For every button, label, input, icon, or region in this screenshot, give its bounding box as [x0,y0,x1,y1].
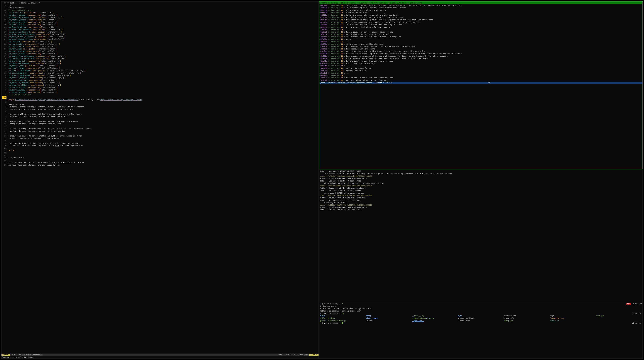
editor-line: 34:sc_close_window: pass:quotes[`ctrl+sh… [2,14,318,17]
editor-line: 10* Allows you to view the scrollback bu… [2,120,318,123]
git-log-row[interactable]: 73fa3c4 2 weeks ag KG o Build with clang… [320,33,642,36]
editor-line: 36// START_SHORTCUT_BLOCK [2,9,318,12]
vim-mode: NORMAL [2,354,10,356]
editor-line: 30:sc_first_window: pass:quotes[`ctrl+sh… [2,24,318,26]
editor-line: 10:sc_scroll_line_up: pass:quotes[`ctrl+… [2,72,318,74]
editor-line: 24:sc_move_window_to_top: pass:quotes[`c… [2,38,318,41]
ls-entry: README.html [458,320,504,322]
git-log-row[interactable]: e3ba45d 3 weeks ag KG o Ensure cursor x-… [320,60,642,63]
git-log-row[interactable]: d0c16e8 2 weeks ag KG o Fix crash when p… [320,19,642,21]
git-log-row[interactable]: 39e770a 2 weeks ag KG o Fix cursor posit… [320,21,642,24]
detail-line: Author: Kovid Goyal <kovid@kovidgoyal.ne… [320,187,642,189]
git-log-row[interactable]: 5cc6616 13 days ag KG o Fix underline_po… [320,16,642,19]
shell-prompt[interactable]: ~ ❯ work ❯ kitty ❯ s141⎇ master [320,303,642,305]
git-log-row[interactable]: c323e53 2 weeks ag KG o Fix a memory lea… [320,26,642,29]
editor-line: 11:sc_scroll_line_down: pass:quotes[`ctr… [2,70,318,72]
git-log-row[interactable]: 03260f0 3 weeks ag KG o ... [320,65,642,67]
detail-line: The cursor visible (DECTCEM) property sh… [320,173,642,175]
detail-line: Date: Wed Jan 4 08:58:49 2017 +0530 [320,180,642,182]
git-log-row[interactable]: 786ba3c 3 weeks ag KG o ... [320,41,642,43]
detail-line: Simplify conditional [320,202,642,204]
git-log-row[interactable]: fa1d67b 3 weeks ag KG o Add note about m… [320,79,642,82]
git-log-row[interactable]: 431322a 3 weeks ag KG o Nicer window res… [320,58,642,60]
git-log-row[interactable]: 9416f6c 3 weeks ag KG o Always paste whe… [320,43,642,46]
git-log-row[interactable]: 3e1dac9 2 weeks ag KG o Fix a couple of … [320,31,642,33]
detail-line: Date: Wed Jan 4 08:29:33 2017 +0530 [320,189,642,192]
ls-entry [596,317,642,320]
ls-entry: preprocess-readme.py [412,317,458,320]
git-log-pane[interactable]: af8d44e 2 days ago KG o [master] {origin… [319,1,643,169]
commit-header: commit 5b9aadd13561b0820bc01950bfbd0cf0f… [320,194,642,197]
git-log-row[interactable]: a7fce93 3 weeks ag KG o Fix an off-by-on… [320,77,642,79]
editor-line: 18:sc_ninth_window: pass:quotes[`ctrl+sh… [2,53,318,55]
shell-prompt[interactable]: ~ ❯ work ❯ kitty ❯ ⎇ master [320,322,642,324]
shell-prompt[interactable]: ~ ❯ work ❯ kitty ❯ ls⎇ master [320,312,642,315]
ls-entry: build [320,315,366,317]
vim-editor-pane[interactable]: 39= kitty - A terminal emulator38:toc:37… [1,1,319,359]
git-log-row[interactable]: 31595a5 2 weeks ag KG o ... [320,29,642,31]
git-log-row[interactable]: b4af2ff 2 days ago KG o The cursor visib… [320,4,642,7]
editor-line: 19:sc_next_window: pass:quotes[`ctrl+shi… [2,50,318,53]
editor-line: 25:sc_move_window_forward: pass:quotes[`… [2,36,318,38]
editor-line: 2 [2,101,318,104]
ls-entry: kitty_tests [366,317,412,320]
editor-line: 3.Major features [2,104,318,106]
git-log-row[interactable]: a568f73 3 weeks ag KG o Fix compilation … [320,48,642,50]
git-detail-pane[interactable]: Date: Wed Jan 4 10:02:39 2017 +0530 The … [319,170,643,302]
git-log-row[interactable]: 430c79d 3 weeks ag KG o Add a note about… [320,67,642,70]
editor-line: 7:sc_second_window: pass:quotes[`ctrl+sh… [2,79,318,82]
git-log-row[interactable]: 9e2653a 8 days ago KG o Clear the altern… [320,14,642,17]
detail-line: Date: Wed Jan 4 08:14:47 2017 +0530 [320,199,642,202]
ls-entry: tags [550,315,596,317]
editor-line: 18 [2,140,318,142]
git-log-head-row[interactable]: af8d44e 2 days ago KG o [master] {origin… [320,2,642,4]
editor-line: 14:sc_previous_window: pass:quotes[`ctrl… [2,62,318,65]
shell-output: On branch master [320,305,642,307]
ls-entry: terminfo [550,320,596,322]
git-log-row[interactable]: 4e9b10c 3 weeks ag KG o Fix Ctrl/alt+] n… [320,62,642,65]
editor-line: 8:sc_scroll_page_up: pass:quotes[`ctrl+s… [2,77,318,79]
ls-entry: LICENSE [366,320,412,322]
git-log-row[interactable]: 4326c49 3 weeks ag KG o Remove unused co… [320,70,642,72]
cursor-icon [342,322,343,324]
git-log-row[interactable]: 7c76e90 3 days ago KG o When switching t… [320,7,642,9]
vim-status-bar: NORMAL ⎇ master ./README.asciidoc unix ‹… [2,353,318,356]
editor-content[interactable]: 39= kitty - A terminal emulator38:toc:37… [2,2,318,167]
vim-encoding: unix ‹ utf-8 ‹ asciidoc [277,354,304,356]
ls-entry: setup.cfg [504,317,550,320]
editor-line: 3:sc_tenth_window: pass:quotes[`ctrl+shi… [2,89,318,91]
ls-entry: build-terminfo [320,317,366,320]
editor-line: 22toc::[] [2,149,318,152]
editor-line: 8 protocol, focus tracking, bracketed pa… [2,115,318,118]
editor-line: 16* Easily hackable (UI layer written in… [2,135,318,137]
vim-percent: 15% [304,354,310,356]
git-log-row[interactable]: eed6873 3 weeks ag KG o ... [320,74,642,77]
git-log-row[interactable]: 5b9aadd 3 days ago KG o Simplify conditi… [320,12,642,14]
detail-line: Date: Wed Jan 4 10:02:39 2017 +0530 [320,170,642,173]
editor-line: 26 [2,159,318,162]
ls-entry: __pycache__ [412,320,458,322]
git-log-row[interactable]: 1648ac1 3 weeks ag KG o Add support for … [320,36,642,38]
editor-line: 5 layouts without needing to use an extr… [2,108,318,111]
editor-line: 17 speed). Less than ten thousand lines … [2,137,318,140]
git-log-row[interactable]: 0797f15 3 weeks ag KG o Only move the cu… [320,50,642,53]
ls-entry: kitty [366,315,412,317]
git-log-status: [main] af8d44ecab05d01b6bc0ad4e1d331ebc9… [320,82,642,84]
commit-header: commit 4ccb05d3d32a0116f9bcc34bf8a2436b6… [320,185,642,187]
shell-pane[interactable]: ~ ❯ work ❯ kitty ❯ s141⎇ masterOn branch… [319,302,643,359]
git-log-row[interactable]: 527a92d 3 weeks ag KG o oops [320,38,642,41]
ls-entry: test.py [596,315,642,317]
git-log-row[interactable]: b6c639c 3 weeks ag KG o Fix incorrect ha… [320,55,642,58]
git-log-row[interactable]: 7559ff9 2 weeks ag KG o Turn on address … [320,24,642,26]
editor-line: 15:sc_previous_tab: pass:quotes[`ctrl+sh… [2,60,318,63]
git-log-row[interactable]: 3c9d4df 3 weeks ag KG o Fix designate_ch… [320,45,642,48]
editor-line: 25== Installation [2,157,318,159]
git-log-row[interactable]: 871e336 3 weeks ag KG o Fix top lines ap… [320,53,642,55]
editor-line: 17:sc_paste_from_clipboard: pass:quotes[… [2,55,318,58]
vim-command-line[interactable]: "README.asciidoc" 254L, 8496C [2,356,318,358]
editor-line: 21:sc_next_layout: pass:quotes[`ctrl+shi… [2,45,318,48]
git-log-row[interactable]: 4ccb05d 3 days ago KG o Also save DECTCE… [320,9,642,12]
git-log-row[interactable]: a4bb5b9 3 weeks ag KG o ... [320,72,642,74]
detail-line: When switching to alternate screen alway… [320,182,642,185]
ls-entry: session.vim [504,315,550,317]
